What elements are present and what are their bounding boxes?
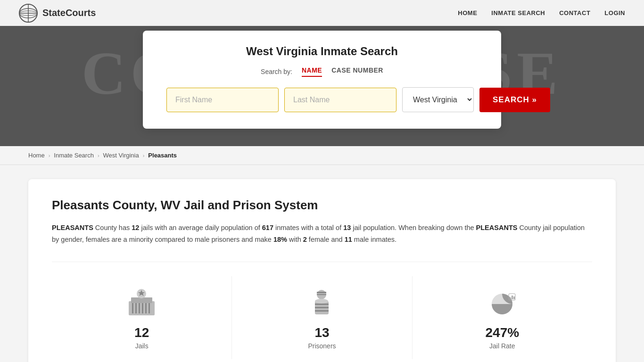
jails-stat-number: 12 (134, 325, 149, 340)
svg-rect-21 (315, 307, 329, 308)
main-nav: HOME INMATE SEARCH CONTACT LOGIN (458, 9, 625, 16)
building-icon (125, 286, 158, 319)
desc-text3: inmates with a total of (273, 224, 343, 231)
svg-point-23 (315, 299, 328, 304)
county-name-2: PLEASANTS (476, 224, 518, 231)
breadcrumb-sep-2: › (98, 153, 99, 158)
desc-text4: jail population. When breaking down the (351, 224, 476, 231)
svg-rect-9 (132, 303, 133, 313)
nav-contact[interactable]: CONTACT (559, 9, 590, 16)
svg-rect-10 (135, 303, 137, 313)
county-description: PLEASANTS County has 12 jails with an av… (52, 222, 592, 245)
search-inputs-row: West VirginiaAlabamaAlaskaArizonaArkansa… (166, 87, 478, 112)
svg-rect-16 (317, 292, 326, 293)
breadcrumb-current: Pleasants (148, 152, 177, 159)
svg-rect-22 (315, 310, 329, 312)
jail-rate-stat-label: Jail Rate (489, 342, 515, 350)
svg-rect-12 (142, 303, 143, 313)
nav-inmate-search[interactable]: INMATE SEARCH (491, 9, 545, 16)
search-card: West Virginia Inmate Search Search by: N… (143, 31, 501, 129)
svg-rect-14 (149, 303, 150, 313)
prisoners-stat-label: Prisoners (308, 342, 336, 350)
jail-rate-stat-number: 247% (486, 325, 520, 340)
search-card-title: West Virginia Inmate Search (166, 45, 478, 58)
breadcrumb-sep-3: › (143, 153, 145, 158)
svg-rect-11 (139, 303, 140, 313)
total-pop: 13 (343, 224, 351, 231)
svg-rect-18 (317, 294, 326, 295)
desc-text7: female and (307, 236, 345, 243)
female-count: 2 (303, 236, 307, 243)
logo-area: StateCourts (19, 4, 458, 23)
site-name: StateCourts (42, 8, 96, 18)
last-name-input[interactable] (284, 88, 396, 112)
stat-jails: 12 Jails (52, 276, 232, 359)
county-name-1: PLEASANTS (52, 224, 93, 231)
breadcrumb-inmate-search[interactable]: Inmate Search (54, 152, 94, 159)
breadcrumb-sep-1: › (49, 153, 50, 158)
desc-text1: County has (93, 224, 132, 231)
hero-section: COURTHOUSE StateCourts HOME INMATE SEARC… (0, 0, 644, 146)
prisoners-stat-number: 13 (314, 325, 329, 340)
topbar: StateCourts HOME INMATE SEARCH CONTACT L… (0, 0, 644, 26)
tab-case-number[interactable]: CASE NUMBER (331, 66, 383, 77)
prisoner-icon (305, 286, 339, 319)
male-count: 11 (345, 236, 352, 243)
logo-icon (19, 4, 38, 23)
breadcrumb-west-virginia[interactable]: West Virginia (103, 152, 139, 159)
nav-home[interactable]: HOME (458, 9, 477, 16)
search-by-row: Search by: NAME CASE NUMBER (166, 66, 478, 77)
stat-prisoners: 13 Prisoners (232, 276, 412, 359)
stat-jail-rate: 247% Jail Rate (413, 276, 592, 359)
state-select[interactable]: West VirginiaAlabamaAlaskaArizonaArkansa… (402, 87, 474, 112)
jails-count: 12 (132, 224, 139, 231)
breadcrumb-home[interactable]: Home (28, 152, 45, 159)
search-by-label: Search by: (261, 68, 292, 75)
svg-rect-17 (317, 293, 326, 294)
svg-rect-13 (145, 303, 147, 313)
desc-text2: jails with an average daily population o… (139, 224, 262, 231)
svg-rect-28 (513, 296, 515, 299)
jails-stat-label: Jails (135, 342, 149, 350)
first-name-input[interactable] (166, 88, 279, 112)
pie-chart-icon (486, 286, 519, 319)
main-content: Pleasants County, WV Jail and Prison Sys… (0, 165, 644, 362)
avg-pop: 617 (262, 224, 273, 231)
svg-rect-26 (510, 297, 511, 299)
desc-text6: with (287, 236, 303, 243)
content-card: Pleasants County, WV Jail and Prison Sys… (28, 179, 616, 362)
nav-login[interactable]: LOGIN (604, 9, 625, 16)
breadcrumb: Home › Inmate Search › West Virginia › P… (0, 146, 644, 165)
county-title: Pleasants County, WV Jail and Prison Sys… (52, 198, 592, 213)
desc-text8: male inmates. (352, 236, 396, 243)
female-pct: 18% (273, 236, 287, 243)
tab-name[interactable]: NAME (302, 66, 322, 77)
search-button[interactable]: SEARCH » (479, 88, 550, 112)
svg-rect-20 (315, 304, 329, 305)
stats-row: 12 Jails (52, 262, 592, 359)
svg-rect-27 (512, 296, 513, 299)
